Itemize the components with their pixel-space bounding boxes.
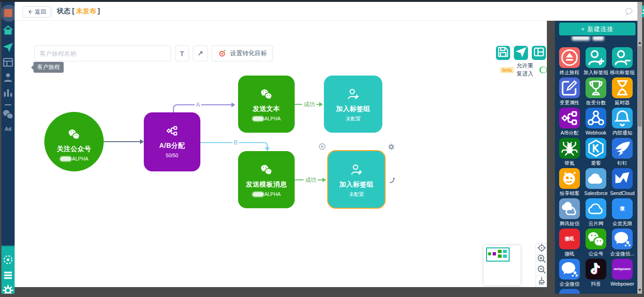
- connector-item[interactable]: 改变分数: [583, 77, 609, 106]
- left-sidebar: Ad: [1, 2, 15, 294]
- zoom-controls: [536, 243, 547, 287]
- connector-item[interactable]: 公众号: [583, 229, 609, 257]
- connector-item[interactable]: SendCloud: [609, 168, 636, 196]
- wechat-icon: [258, 87, 274, 101]
- layout-icon: [1, 56, 15, 71]
- connector-item[interactable]: 延时器: [609, 77, 636, 106]
- tiktok-note-icon: [586, 259, 606, 280]
- new-connection-button[interactable]: + 新建连接: [559, 23, 636, 35]
- journey-name-input[interactable]: [34, 45, 171, 61]
- send-icon: [514, 45, 528, 61]
- page-scrollbar[interactable]: [637, 2, 642, 294]
- connector-item[interactable]: 变更属性: [556, 77, 583, 106]
- connector-item[interactable]: 爱客: [583, 138, 609, 167]
- gear-icon: [1, 284, 15, 294]
- connector-item[interactable]: Salesforce: [583, 168, 609, 196]
- user-icon: [1, 71, 15, 86]
- connector-item[interactable]: 抖音: [583, 259, 609, 288]
- delete-node-icon[interactable]: [318, 143, 326, 151]
- sidebar-item-dashboard[interactable]: [1, 58, 15, 69]
- connector-item[interactable]: Webhook: [583, 108, 609, 136]
- save-button[interactable]: [496, 46, 510, 60]
- connector-item[interactable]: 加入标签组: [583, 47, 609, 76]
- connector-item[interactable]: 纷享销客: [556, 168, 583, 197]
- minimap[interactable]: [484, 246, 520, 285]
- pointer-tool-button[interactable]: ↗: [193, 45, 208, 61]
- status-value: 未发布: [76, 7, 96, 15]
- connector-item[interactable]: 微众览无限: [609, 198, 636, 227]
- target-icon: [218, 49, 227, 58]
- connector-item[interactable]: 终止旅程: [556, 47, 583, 76]
- edge-label-success: 成功: [304, 176, 318, 184]
- eject-icon: [559, 47, 580, 68]
- sidebar-item-wechat[interactable]: [1, 110, 15, 121]
- scrollbar-thumb[interactable]: [638, 46, 642, 127]
- scroll-down-arrow[interactable]: [638, 289, 641, 291]
- k-hexagon-icon: [586, 138, 606, 159]
- back-button[interactable]: 返回: [23, 6, 51, 17]
- cloud-icon: [586, 168, 606, 189]
- save-icon: [496, 45, 510, 61]
- robot-icon: [559, 168, 580, 189]
- dingtalk-wing-icon: [612, 138, 633, 159]
- bar-chart-icon: [1, 86, 15, 101]
- beta-badge: beta: [500, 67, 514, 73]
- wemi-text-icon: 微: [612, 198, 633, 219]
- connector-item[interactable]: 钉钉: [609, 138, 636, 167]
- spider-icon: [559, 138, 580, 159]
- connector-item[interactable]: 企业微信...: [609, 229, 636, 257]
- reentry-label: 允许重复进入: [517, 62, 537, 78]
- sidebar-item-home[interactable]: [1, 25, 15, 37]
- status-line: 状态 [ 未发布 ]: [57, 7, 100, 16]
- wechat-icon: [258, 162, 274, 177]
- sidebar-item-journey[interactable]: [1, 42, 15, 54]
- scroll-up-arrow[interactable]: [638, 42, 641, 44]
- reentry-toggle[interactable]: ✓: [539, 67, 547, 73]
- chat-icon: [1, 108, 15, 123]
- text-tool-button[interactable]: T: [175, 45, 189, 61]
- panel-icon: [532, 45, 546, 61]
- bell-icon: [612, 108, 633, 128]
- sidebar-item-radar[interactable]: [1, 255, 15, 266]
- connector-item[interactable]: 微吼微吼: [556, 229, 583, 257]
- connector-item[interactable]: 腾讯短信: [556, 198, 583, 227]
- send-icon: [1, 41, 15, 56]
- scrolled-section-header: [555, 36, 637, 43]
- wecom-icon: [559, 259, 580, 280]
- message-bubble-icon[interactable]: [624, 7, 634, 16]
- connection-handle-icon[interactable]: [388, 177, 396, 184]
- sidebar-item-menu[interactable]: [1, 271, 15, 282]
- connector-item[interactable]: 内部通知: [609, 108, 636, 136]
- sidebar-divider: [5, 104, 11, 105]
- node-send-text[interactable]: 发送文本 ALPHA: [238, 76, 295, 133]
- split-icon: [164, 124, 180, 138]
- wecom-icon: [612, 229, 633, 249]
- connector-item[interactable]: 云片网: [583, 198, 609, 227]
- vhall-text-icon: 微吼: [559, 229, 580, 249]
- node-settings-gear-icon[interactable]: [388, 143, 395, 151]
- publish-button[interactable]: [514, 46, 528, 60]
- sidebar-item-contacts[interactable]: [1, 73, 15, 84]
- connector-item[interactable]: A/B分配: [556, 108, 583, 136]
- clear-canvas-button[interactable]: [536, 276, 547, 287]
- connector-item[interactable]: 企业微信: [556, 259, 583, 288]
- user-plus-icon: [586, 47, 606, 68]
- connector-item-partial[interactable]: [556, 289, 583, 294]
- connector-item[interactable]: 移出标签组: [609, 47, 636, 76]
- panel-toggle-button[interactable]: [532, 46, 546, 60]
- node-add-tag-1[interactable]: 加入标签组 未配置: [324, 76, 382, 133]
- node-add-tag-2-selected[interactable]: 加入标签组 未配置: [327, 150, 386, 209]
- hourglass-icon: [612, 77, 633, 98]
- node-ab-split[interactable]: A/B分配 50/50: [144, 112, 200, 171]
- conversion-goal-button[interactable]: 设置转化目标: [212, 45, 273, 61]
- sidebar-item-settings[interactable]: [1, 286, 15, 294]
- sidebar-item-ad[interactable]: Ad: [1, 126, 15, 132]
- sidebar-item-analytics[interactable]: [1, 88, 15, 99]
- node-send-template[interactable]: 发送模板消息 ALPHA: [238, 151, 295, 208]
- connector-item[interactable]: webpowerWebpower: [609, 259, 636, 287]
- connector-item[interactable]: 驿氪: [556, 138, 583, 167]
- journey-canvas[interactable]: T ↗ 设置转化目标 beta 允许重复进入 ✓ 客户旅程 A B 成功 成功: [15, 21, 547, 287]
- journey-tooltip: 客户旅程: [33, 62, 64, 73]
- node-follow-account[interactable]: 关注公众号 ALPHA: [44, 112, 104, 171]
- trophy-icon: [586, 77, 606, 98]
